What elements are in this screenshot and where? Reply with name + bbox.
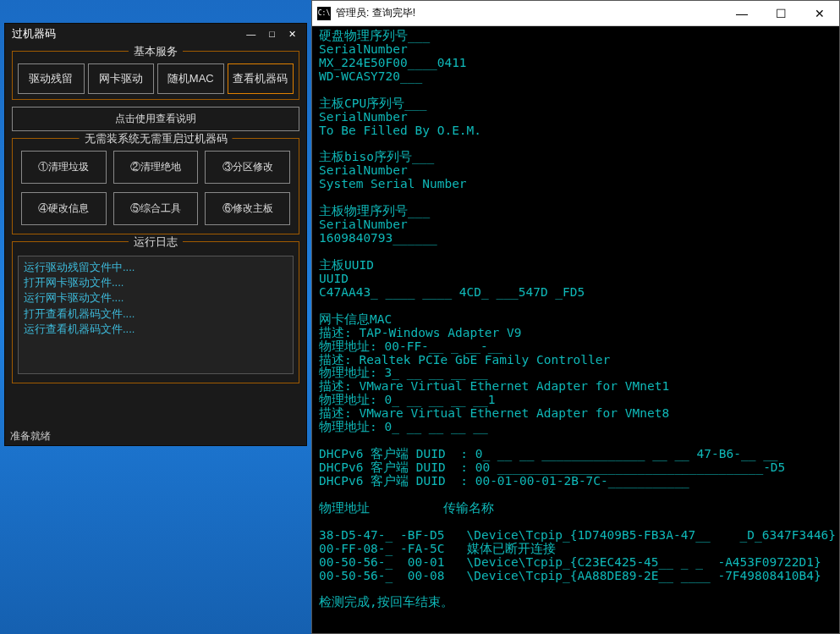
app-titlebar[interactable]: 过机器码 — □ ✕ — [5, 24, 306, 44]
log-textarea[interactable]: 运行驱动残留文件中.... 打开网卡驱动文件.... 运行网卡驱动文件.... … — [18, 256, 294, 374]
cmd-icon: C:\ — [317, 7, 331, 20]
log-line: 运行驱动残留文件中.... — [24, 260, 288, 275]
console-title: 管理员: 查询完毕! — [336, 6, 722, 20]
driver-residue-button[interactable]: 驱动残留 — [18, 63, 85, 94]
panel-title: 基本服务 — [129, 44, 183, 59]
network-driver-button[interactable]: 网卡驱动 — [88, 63, 155, 94]
view-machine-code-button[interactable]: 查看机器码 — [228, 63, 294, 94]
admin-console: C:\ 管理员: 查询完毕! — ☐ ✕ 硬盘物理序列号___ SerialNu… — [311, 0, 840, 634]
log-line: 打开网卡驱动文件.... — [24, 275, 288, 290]
basic-services-panel: 基本服务 驱动残留 网卡驱动 随机MAC 查看机器码 — [12, 51, 299, 100]
app-title: 过机器码 — [12, 26, 56, 41]
console-titlebar[interactable]: C:\ 管理员: 查询完毕! — ☐ ✕ — [312, 1, 839, 26]
clean-jedi-button[interactable]: ②清理绝地 — [113, 151, 199, 184]
partition-modify-button[interactable]: ③分区修改 — [205, 151, 290, 184]
minimize-button[interactable]: — — [243, 29, 259, 40]
close-button[interactable]: ✕ — [285, 29, 299, 40]
maximize-button[interactable]: □ — [266, 29, 278, 40]
log-panel: 运行日志 运行驱动残留文件中.... 打开网卡驱动文件.... 运行网卡驱动文件… — [12, 241, 299, 383]
status-bar: 准备就绪 — [10, 429, 51, 444]
view-instructions-button[interactable]: 点击使用查看说明 — [12, 107, 299, 131]
clean-garbage-button[interactable]: ①清理垃圾 — [21, 151, 107, 184]
integrated-tools-button[interactable]: ⑤综合工具 — [113, 192, 199, 225]
log-line: 运行查看机器码文件.... — [24, 322, 288, 337]
log-line: 运行网卡驱动文件.... — [24, 290, 288, 306]
console-output[interactable]: 硬盘物理序列号___ SerialNumber MX_224E50F00____… — [312, 26, 839, 613]
panel-title: 无需装系统无需重启过机器码 — [80, 131, 233, 146]
modify-motherboard-button[interactable]: ⑥修改主板 — [205, 192, 290, 225]
close-button[interactable]: ✕ — [800, 1, 839, 26]
hardware-info-button[interactable]: ④硬改信息 — [21, 192, 107, 225]
log-line: 打开查看机器码文件.... — [24, 306, 288, 322]
no-reinstall-panel: 无需装系统无需重启过机器码 ①清理垃圾 ②清理绝地 ③分区修改 ④硬改信息 ⑤综… — [12, 138, 299, 234]
random-mac-button[interactable]: 随机MAC — [157, 63, 224, 94]
maximize-button[interactable]: ☐ — [761, 1, 800, 26]
minimize-button[interactable]: — — [722, 1, 761, 26]
machine-code-app: 过机器码 — □ ✕ 基本服务 驱动残留 网卡驱动 随机MAC 查看机器码 点击… — [4, 23, 307, 446]
panel-title: 运行日志 — [129, 234, 183, 250]
